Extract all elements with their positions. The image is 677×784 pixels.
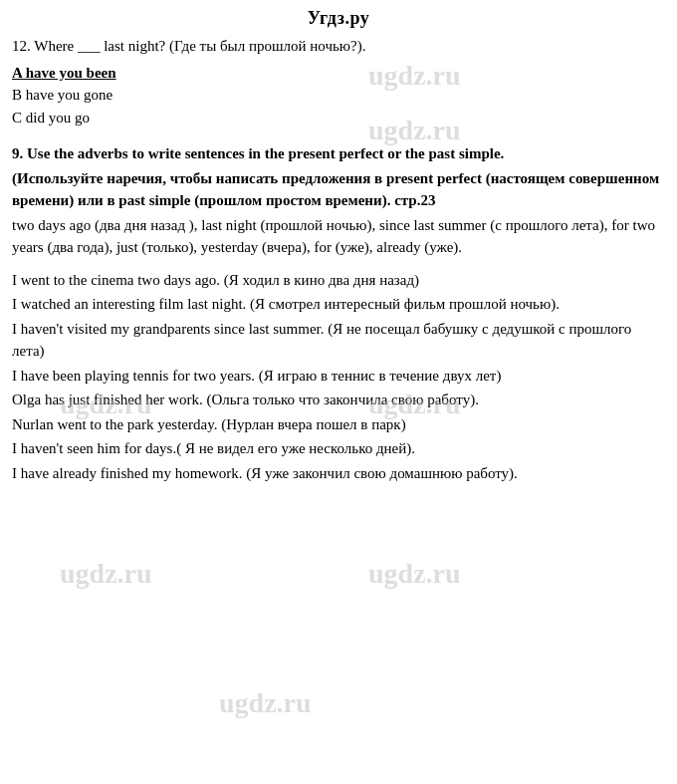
sentence-8: I have already finished my homework. (Я …: [12, 462, 665, 485]
sentence-2: I watched an interesting film last night…: [12, 293, 665, 316]
section-9-title-text: Use the adverbs to write sentences in th…: [27, 145, 504, 161]
question-12-text: 12. Where ___ last night? (Где ты был пр…: [12, 38, 365, 54]
section-9: 9. Use the adverbs to write sentences in…: [12, 142, 665, 484]
adverbs-text: two days ago (два дня назад ), last nigh…: [12, 217, 655, 256]
watermark-7: ugdz.ru: [219, 687, 312, 719]
answer-a: A have you been: [12, 62, 665, 85]
sentences-block: I went to the cinema two days ago. (Я хо…: [12, 269, 665, 485]
section-9-title: 9. Use the adverbs to write sentences in…: [12, 142, 665, 165]
site-header: Угдз.ру: [0, 0, 677, 35]
question-12: 12. Where ___ last night? (Где ты был пр…: [12, 35, 665, 58]
section-9-number: 9.: [12, 145, 23, 161]
main-content: 12. Where ___ last night? (Где ты был пр…: [0, 35, 677, 484]
section-9-subtitle-text: (Используйте наречия, чтобы написать пре…: [12, 170, 659, 209]
answer-b: B have you gone: [12, 84, 665, 107]
sentence-1: I went to the cinema two days ago. (Я хо…: [12, 269, 665, 292]
site-title: Угдз.ру: [308, 8, 369, 28]
adverbs-list: two days ago (два дня назад ), last nigh…: [12, 214, 665, 259]
answer-a-label: A have you been: [12, 65, 116, 81]
sentence-7: I haven't seen him for days.( Я не видел…: [12, 437, 665, 460]
answer-b-label: B have you gone: [12, 87, 113, 103]
sentence-5: Olga has just finished her work. (Ольга …: [12, 389, 665, 411]
answer-c-label: C did you go: [12, 110, 90, 126]
sentence-4: I have been playing tennis for two years…: [12, 365, 665, 388]
sentence-6: Nurlan went to the park yesterday. (Нурл…: [12, 413, 665, 436]
section-9-subtitle: (Используйте наречия, чтобы написать пре…: [12, 167, 665, 212]
answer-c: C did you go: [12, 107, 665, 130]
watermark-5: ugdz.ru: [60, 558, 152, 590]
watermark-6: ugdz.ru: [368, 558, 461, 590]
sentence-3: I haven't visited my grandparents since …: [12, 318, 665, 363]
